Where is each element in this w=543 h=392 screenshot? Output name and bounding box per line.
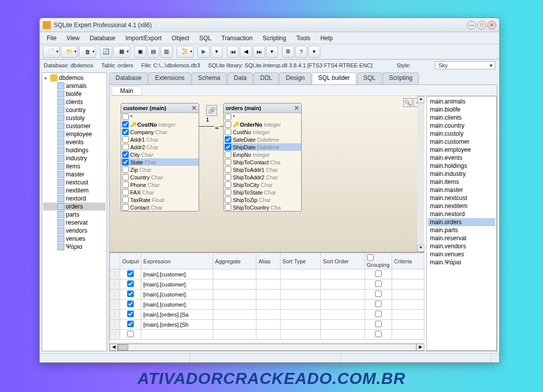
tree-item-venues[interactable]: venues <box>43 235 106 243</box>
prev-button[interactable]: ◀ <box>240 46 252 58</box>
table-box-header[interactable]: customer (main) ✕ <box>121 104 199 113</box>
table-list-item[interactable]: main.animals <box>428 97 495 106</box>
table-list-item[interactable]: main.nextord <box>428 210 495 218</box>
row-handle[interactable]: ⋮ <box>110 289 120 300</box>
criteria-cell[interactable] <box>392 269 424 279</box>
table-list-item[interactable]: main.biolife <box>428 106 495 114</box>
menu-scripting[interactable]: Scripting <box>258 33 292 43</box>
field-row-City[interactable]: CityChar <box>121 151 199 158</box>
aggregate-cell[interactable] <box>213 310 256 320</box>
table-list-item[interactable]: main.items <box>428 178 495 186</box>
aggregate-cell[interactable] <box>213 269 256 279</box>
grid-panel[interactable]: OutputExpressionAggregateAliasSort TypeS… <box>110 252 424 343</box>
field-checkbox[interactable] <box>122 151 129 158</box>
menu-importexport[interactable]: Import/Export <box>121 33 167 43</box>
diagram-canvas[interactable]: 🔍 + ▲ ▼ customer (main) <box>110 96 424 252</box>
field-checkbox[interactable] <box>225 114 231 120</box>
tree-item-customer[interactable]: customer <box>43 122 106 130</box>
criteria-cell[interactable] <box>392 330 424 340</box>
new-table-button[interactable]: ▣ <box>134 46 146 58</box>
tab-ddl[interactable]: DDL <box>253 72 279 84</box>
output-checkbox[interactable] <box>127 321 134 327</box>
field-row-TaxRate[interactable]: TaxRateFloat <box>121 196 199 204</box>
field-row-*[interactable]: * <box>224 113 301 121</box>
sorttype-cell[interactable] <box>280 269 321 279</box>
execute-button[interactable]: ▶ <box>198 46 210 58</box>
field-checkbox[interactable] <box>225 129 231 135</box>
menu-sql[interactable]: SQL <box>194 33 216 43</box>
table-list-item[interactable]: main.orders <box>428 218 495 226</box>
first-button[interactable]: ⏮ <box>227 46 239 58</box>
grid-col-aggregate[interactable]: Aggregate <box>213 253 256 269</box>
open-db-button[interactable]: 📁 <box>61 46 78 58</box>
tree-root-db[interactable]: ▾dbdemos <box>43 74 106 82</box>
scrollbar-thumb[interactable] <box>118 344 128 350</box>
tree-item-animals[interactable]: animals <box>43 82 106 90</box>
grid-row[interactable]: ⋮[main].[orders].[Sh <box>110 320 424 330</box>
tab-extensions[interactable]: Extensions <box>148 72 191 84</box>
tab-sql[interactable]: SQL <box>357 72 382 84</box>
field-row-ShipDate[interactable]: ShipDateDatetime <box>224 143 301 151</box>
grid-col-alias[interactable]: Alias <box>256 253 280 269</box>
table-list-item[interactable]: main.nextcust <box>428 194 495 202</box>
field-checkbox[interactable] <box>122 204 129 211</box>
field-row-CustNo[interactable]: CustNoInteger <box>224 128 301 136</box>
table-list-item[interactable]: main.parts <box>428 226 495 234</box>
field-checkbox[interactable] <box>122 114 129 120</box>
field-checkbox[interactable] <box>225 204 231 211</box>
sorttype-cell[interactable] <box>280 320 321 330</box>
horizontal-scrollbar[interactable]: ◀ ▶ <box>110 343 424 351</box>
close-icon[interactable]: ✕ <box>294 105 299 112</box>
diagram-scrollbar-v[interactable]: ▲ ▼ <box>417 96 424 252</box>
scroll-down-icon[interactable]: ▼ <box>417 245 424 252</box>
sortorder-cell[interactable] <box>321 330 365 340</box>
table-list-item[interactable]: main.industry <box>428 170 495 178</box>
field-row-CustNo[interactable]: 🔑CustNoInteger <box>121 121 199 128</box>
criteria-cell[interactable] <box>392 289 424 300</box>
sorttype-cell[interactable] <box>280 330 321 340</box>
next-button[interactable]: ⏭ <box>253 46 265 58</box>
table-list-item[interactable]: main.clients <box>428 114 495 122</box>
tree-item-Ψάρια[interactable]: Ψάρια <box>43 243 106 251</box>
grid-col-criteria[interactable]: Criteria <box>392 253 424 269</box>
sorttype-cell[interactable] <box>280 289 321 300</box>
alias-cell[interactable] <box>256 310 280 320</box>
output-checkbox[interactable] <box>127 301 134 307</box>
grouping-checkbox[interactable] <box>375 290 382 297</box>
sortorder-cell[interactable] <box>321 269 365 279</box>
titlebar[interactable]: SQLite Expert Professional 4.1 (x86) — □… <box>40 18 499 32</box>
field-checkbox[interactable] <box>122 159 129 165</box>
tab-design[interactable]: Design <box>279 72 311 84</box>
field-checkbox[interactable] <box>225 189 231 195</box>
field-row-SaleDate[interactable]: SaleDateDatetime <box>224 136 301 143</box>
grid-col-sort-type[interactable]: Sort Type <box>280 253 321 269</box>
table-list-item[interactable]: main.country <box>428 122 495 130</box>
field-row-Company[interactable]: CompanyChar <box>121 128 199 136</box>
tree-item-industry[interactable]: industry <box>43 154 106 162</box>
field-row-Addr1[interactable]: Addr1Char <box>121 136 199 143</box>
grid-row[interactable]: ⋮[main].[customer]. <box>110 289 424 300</box>
script-button[interactable]: 📜 <box>176 46 194 58</box>
aggregate-cell[interactable] <box>213 320 256 330</box>
minimize-button[interactable]: — <box>467 21 476 30</box>
tree-item-clients[interactable]: clients <box>43 98 106 106</box>
field-row-ShipToAddr1[interactable]: ShipToAddr1Char <box>224 166 301 173</box>
field-checkbox[interactable] <box>122 121 129 128</box>
tree-item-nextitem[interactable]: nextitem <box>43 186 106 194</box>
field-row-ShipToCity[interactable]: ShipToCityChar <box>224 181 301 188</box>
close-icon[interactable]: ✕ <box>192 105 197 112</box>
expr-cell[interactable]: [main].[customer]. <box>141 289 213 300</box>
aggregate-cell[interactable] <box>213 289 256 300</box>
grouping-checkbox[interactable] <box>375 301 382 307</box>
view-button[interactable]: ▦ <box>113 46 130 58</box>
row-handle[interactable]: ⋮ <box>110 320 120 330</box>
field-row-ShipToState[interactable]: ShipToStateChar <box>224 188 301 196</box>
field-row-State[interactable]: StateChar <box>121 158 199 166</box>
expr-cell[interactable]: [main].[orders].[Sa <box>141 310 213 320</box>
tree-item-vendors[interactable]: vendors <box>43 227 106 235</box>
grouping-checkbox[interactable] <box>375 280 382 287</box>
tab-schema[interactable]: Schema <box>192 72 227 84</box>
output-checkbox[interactable] <box>127 331 134 337</box>
tab-sql-builder[interactable]: SQL builder <box>312 72 356 84</box>
grouping-checkbox[interactable] <box>375 321 382 327</box>
